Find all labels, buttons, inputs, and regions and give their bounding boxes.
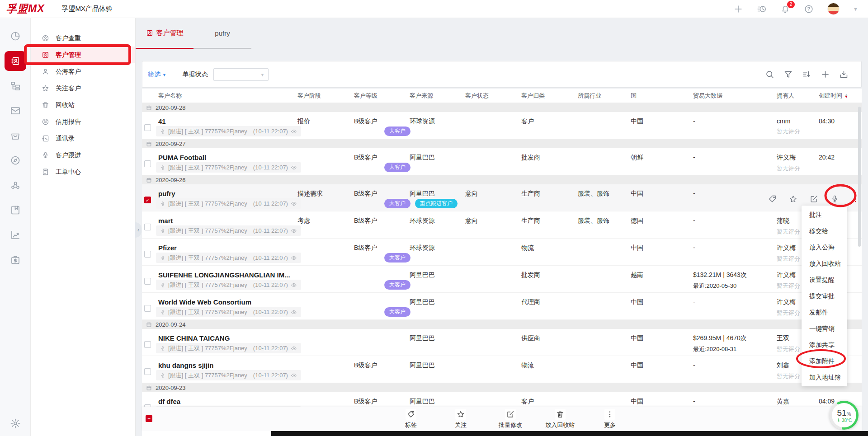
column-header-客户阶段[interactable]: 客户阶段 bbox=[297, 92, 354, 100]
column-header-贸易大数据[interactable]: 贸易大数据 bbox=[693, 92, 777, 100]
table-row[interactable]: World Wide Web Consortium 阿里巴巴 代理商 中国 - … bbox=[142, 293, 862, 320]
batch-button-关注[interactable]: 关注 bbox=[445, 409, 476, 429]
filter-icon[interactable] bbox=[783, 70, 793, 79]
sort-arrows-icon[interactable]: ▲▼ bbox=[844, 94, 848, 98]
table-row[interactable]: PUMA Football B级客户 阿里巴巴 批发商 朝鲜 - 许义梅暂无评分… bbox=[142, 148, 862, 175]
help-icon[interactable] bbox=[804, 4, 814, 14]
sidebar-item-回收站[interactable]: 回收站 bbox=[31, 97, 135, 113]
context-menu-item-批注[interactable]: 批注 bbox=[802, 206, 847, 223]
search-icon[interactable] bbox=[765, 70, 774, 79]
column-header-创建时间[interactable]: 创建时间 ▲▼ bbox=[819, 92, 862, 100]
context-menu-item-添加附件[interactable]: 添加附件 bbox=[802, 353, 847, 369]
sidebar-collapse-handle[interactable]: ‹ bbox=[135, 222, 142, 238]
table-row[interactable]: ✓ pufry 描述需求 B级客户 阿里巴巴 意向 生产商 服装、服饰 中国 -… bbox=[142, 184, 862, 211]
history-icon[interactable] bbox=[757, 4, 767, 14]
chevron-down-icon[interactable]: ▼ bbox=[853, 6, 858, 12]
sidebar-item-关注客户[interactable]: 关注客户 bbox=[31, 80, 135, 97]
tag-icon[interactable] bbox=[768, 195, 777, 203]
table-row[interactable]: NIKE CHINA TAICANG 阿里巴巴 供应商 中国 $269.95M … bbox=[142, 329, 862, 356]
batch-button-放入回收站[interactable]: 放入回收站 bbox=[544, 409, 576, 429]
rail-item-discover[interactable] bbox=[10, 155, 21, 166]
row-checkbox[interactable] bbox=[144, 160, 151, 167]
follow-up-chip[interactable]: [跟进] [ 王双 ] 77757%2Fjaney (10-11 22:07) bbox=[156, 126, 301, 136]
sidebar-item-公海客户[interactable]: 公海客户 bbox=[31, 63, 135, 80]
context-menu-item-一键营销[interactable]: 一键营销 bbox=[802, 320, 847, 337]
sidebar-item-客户管理[interactable]: 客户管理 bbox=[31, 47, 135, 63]
import-export-icon[interactable] bbox=[839, 70, 849, 79]
rail-item-dashboard[interactable] bbox=[10, 31, 21, 42]
row-checkbox[interactable] bbox=[144, 305, 151, 312]
rail-item-partners[interactable] bbox=[10, 180, 21, 191]
tab-pufry[interactable]: pufry bbox=[193, 18, 251, 49]
avatar[interactable] bbox=[827, 3, 840, 15]
context-menu-item-设置提醒[interactable]: 设置提醒 bbox=[802, 272, 847, 288]
rail-item-mail[interactable] bbox=[10, 105, 21, 116]
star-icon[interactable] bbox=[789, 195, 797, 203]
tab-客户管理[interactable]: 客户管理 bbox=[136, 18, 193, 49]
rail-item-orders[interactable] bbox=[10, 130, 21, 141]
context-menu-item-提交审批[interactable]: 提交审批 bbox=[802, 288, 847, 304]
column-header-客户状态[interactable]: 客户状态 bbox=[465, 92, 521, 100]
context-menu-item-添加共享[interactable]: 添加共享 bbox=[802, 337, 847, 353]
customer-status bbox=[465, 266, 521, 292]
follow-up-chip[interactable]: [跟进] [ 王双 ] 77757%2Fjaney (10-11 22:07) bbox=[156, 225, 301, 236]
follow-up-chip[interactable]: [跟进] [ 王双 ] 77757%2Fjaney (10-11 22:07) bbox=[156, 253, 301, 263]
batch-button-更多[interactable]: 更多 bbox=[594, 409, 626, 429]
follow-up-chip[interactable]: [跟进] [ 王双 ] 77757%2Fjaney (10-11 22:07) bbox=[156, 370, 301, 380]
follow-up-chip[interactable]: [跟进] [ 王双 ] 77757%2Fjaney (10-11 22:07) bbox=[156, 198, 301, 209]
sort-icon[interactable] bbox=[802, 70, 811, 79]
table-row[interactable]: SUIFENHE LONGJIANGSHANGLIAN IM... 阿里巴巴 批… bbox=[142, 266, 862, 293]
follow-up-chip[interactable]: [跟进] [ 王双 ] 77757%2Fjaney (10-11 22:07) bbox=[156, 162, 301, 173]
follow-up-icon[interactable] bbox=[830, 195, 839, 203]
context-menu-item-放入公海[interactable]: 放入公海 bbox=[802, 239, 847, 255]
doc-status-select[interactable]: ▼ bbox=[213, 68, 269, 81]
rail-item-reports[interactable] bbox=[10, 230, 21, 240]
column-header-国[interactable]: 国 bbox=[631, 92, 693, 100]
table-row[interactable]: Pfizer B级客户 环球资源 物流 中国 - 许义梅暂无评分 [跟进] [ … bbox=[142, 239, 862, 266]
topbar-actions: 2 ▼ bbox=[733, 3, 858, 15]
table-row[interactable]: khu dangns sjijin B级客户 阿里巴巴 物流 中国 - 刘鑫暂无… bbox=[142, 356, 862, 383]
column-header-拥有人[interactable]: 拥有人 bbox=[777, 92, 819, 100]
row-checkbox[interactable] bbox=[144, 341, 151, 348]
sidebar-item-客户跟进[interactable]: 客户跟进 bbox=[31, 147, 135, 164]
create-icon[interactable] bbox=[733, 4, 743, 14]
row-checkbox[interactable] bbox=[144, 251, 151, 258]
table-row[interactable]: mart 考虑 B级客户 环球资源 意向 生产商 服装、服饰 德国 - 蒲晓暂无… bbox=[142, 211, 862, 239]
column-header-客户等级[interactable]: 客户等级 bbox=[354, 92, 410, 100]
add-customer-icon[interactable] bbox=[821, 70, 830, 79]
batch-button-标签[interactable]: 标签 bbox=[395, 409, 427, 429]
follow-up-chip[interactable]: [跟进] [ 王双 ] 77757%2Fjaney (10-11 22:07) bbox=[156, 307, 301, 317]
notifications-icon[interactable]: 2 bbox=[780, 4, 790, 14]
table-row[interactable]: 41 报价 B级客户 环球资源 客户 中国 - cmm暂无评分 04:30 [跟… bbox=[142, 112, 862, 139]
row-checkbox[interactable] bbox=[144, 278, 151, 285]
sidebar-item-工单中心[interactable]: 工单中心 bbox=[31, 164, 135, 180]
column-header-客户归类[interactable]: 客户归类 bbox=[521, 92, 578, 100]
column-header-所属行业[interactable]: 所属行业 bbox=[578, 92, 631, 100]
column-header-客户来源[interactable]: 客户来源 bbox=[410, 92, 465, 100]
context-menu-item-加入地址簿[interactable]: 加入地址簿 bbox=[802, 369, 847, 385]
row-checkbox[interactable] bbox=[144, 368, 151, 375]
column-header-客户名称[interactable]: 客户名称 bbox=[158, 92, 297, 100]
settings-gear-icon[interactable] bbox=[10, 418, 21, 429]
row-checkbox[interactable] bbox=[144, 124, 151, 131]
rail-item-finance[interactable] bbox=[10, 254, 21, 265]
context-menu-item-发邮件[interactable]: 发邮件 bbox=[802, 304, 847, 320]
rail-item-customers[interactable] bbox=[5, 51, 26, 71]
follow-up-chip[interactable]: [跟进] [ 王双 ] 77757%2Fjaney (10-11 22:07) bbox=[156, 343, 301, 353]
rail-item-knowledge[interactable] bbox=[10, 205, 21, 216]
sidebar-item-通讯录[interactable]: 通讯录 bbox=[31, 130, 135, 147]
edit-icon[interactable] bbox=[810, 195, 818, 203]
system-monitor-gauge[interactable]: 51% 38°C bbox=[830, 401, 859, 430]
sidebar-item-信用报告[interactable]: 信用报告 bbox=[31, 113, 135, 130]
filter-toggle[interactable]: 筛选 ▼ bbox=[148, 70, 166, 79]
sidebar-item-客户查重[interactable]: 客户查重 bbox=[31, 30, 135, 47]
batch-button-批量修改[interactable]: 批量修改 bbox=[495, 409, 526, 429]
context-menu-item-放入回收站[interactable]: 放入回收站 bbox=[802, 255, 847, 272]
context-menu-item-移交给[interactable]: 移交给 bbox=[802, 223, 847, 239]
rail-item-organization[interactable] bbox=[10, 80, 21, 91]
row-checkbox[interactable] bbox=[144, 224, 151, 230]
select-all-checkbox[interactable]: − bbox=[146, 415, 152, 422]
follow-up-chip[interactable]: [跟进] [ 王双 ] 77757%2Fjaney (10-11 22:07) bbox=[156, 280, 301, 290]
row-checkbox[interactable]: ✓ bbox=[144, 197, 151, 203]
scrollbar-thumb[interactable] bbox=[858, 107, 861, 247]
